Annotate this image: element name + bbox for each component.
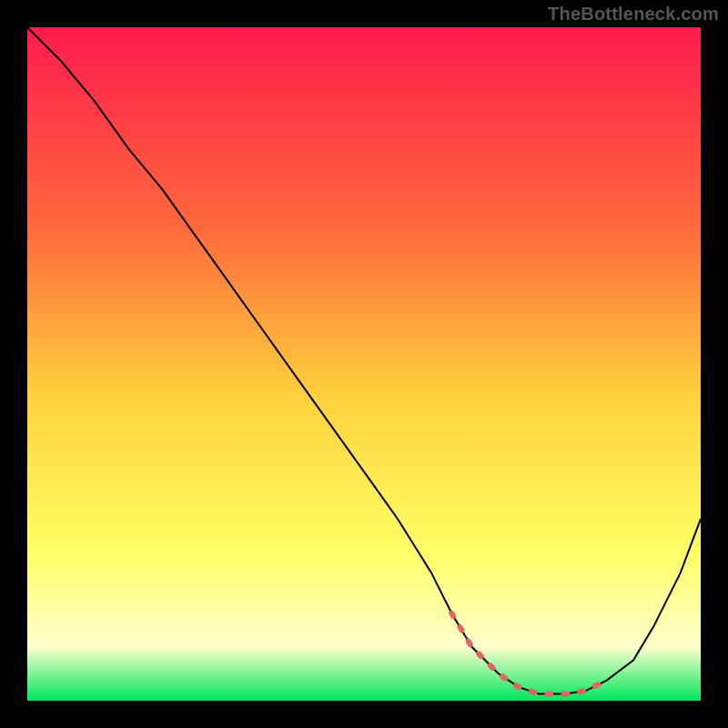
bottleneck-chart-svg [27,27,701,701]
gradient-background [27,27,701,701]
plot-area [27,27,701,701]
watermark-text: TheBottleneck.com [548,4,719,25]
chart-stage: TheBottleneck.com [0,0,728,728]
